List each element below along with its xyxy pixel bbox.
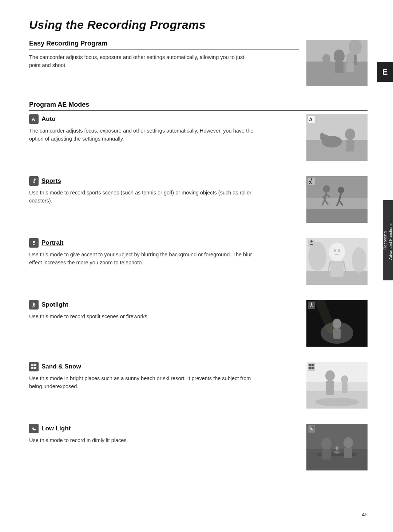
- svg-rect-84: [309, 367, 311, 369]
- svg-text:A: A: [309, 117, 313, 122]
- svg-rect-5: [346, 63, 354, 72]
- auto-icon: A: [29, 114, 39, 124]
- svg-rect-52: [330, 261, 344, 277]
- svg-rect-72: [34, 367, 36, 369]
- auto-heading: A Auto: [29, 114, 299, 124]
- mode-left-portrait: Portrait Use this mode to give accent to…: [29, 238, 306, 267]
- sand-snow-description: Use this mode in bright places such as a…: [29, 374, 255, 391]
- spotlight-description: Use this mode to record spotlit scenes o…: [29, 312, 255, 320]
- svg-line-58: [34, 305, 35, 307]
- portrait-image: [306, 238, 368, 285]
- svg-point-28: [323, 185, 330, 193]
- mode-block-sand-snow: Sand & Snow Use this mode in bright plac…: [29, 362, 368, 409]
- side-tab-advanced: Advanced Functions -Recording: [383, 200, 393, 280]
- svg-line-57: [32, 305, 34, 307]
- sand-snow-icon: [29, 362, 39, 371]
- auto-label: Auto: [41, 115, 56, 123]
- easy-recording-section: Easy Recording Program The camcorder adj…: [29, 40, 368, 86]
- page-number: 45: [362, 512, 368, 517]
- svg-rect-7: [323, 63, 330, 71]
- svg-rect-56: [33, 304, 35, 305]
- svg-rect-79: [342, 383, 348, 393]
- svg-text:A: A: [32, 117, 35, 122]
- portrait-description: Use this mode to give accent to your sub…: [29, 251, 255, 267]
- mode-left-sand-snow: Sand & Snow Use this mode in bright plac…: [29, 362, 306, 391]
- sports-icon: [29, 176, 39, 186]
- svg-rect-70: [34, 364, 36, 366]
- mode-right-portrait: [306, 238, 368, 285]
- svg-point-80: [315, 398, 359, 406]
- portrait-label: Portrait: [41, 239, 63, 247]
- low-light-heading: Low Light: [29, 424, 299, 433]
- sand-snow-heading: Sand & Snow: [29, 362, 299, 371]
- svg-rect-75: [306, 362, 368, 382]
- spotlight-image: [306, 300, 368, 347]
- mode-block-auto: A Auto The camcorder adjusts focus, expo…: [29, 114, 368, 161]
- mode-block-spotlight: Spotlight Use this mode to record spotli…: [29, 300, 368, 347]
- mode-block-portrait: Portrait Use this mode to give accent to…: [29, 238, 368, 285]
- svg-point-50: [334, 249, 336, 252]
- svg-point-39: [311, 178, 312, 180]
- sports-heading: Sports: [29, 176, 299, 186]
- program-ae-section: Program AE Modes A Auto The camcorder ad…: [29, 101, 368, 470]
- portrait-icon: [29, 238, 39, 248]
- svg-point-54: [310, 240, 313, 243]
- svg-rect-27: [306, 198, 368, 209]
- low-light-image: [306, 424, 368, 470]
- page-container: E Advanced Functions -Recording Using th…: [0, 0, 393, 532]
- spotlight-heading: Spotlight: [29, 300, 299, 310]
- mode-right-sports: [306, 176, 368, 223]
- svg-point-76: [325, 370, 335, 381]
- sports-image: [306, 176, 368, 223]
- program-ae-heading: Program AE Modes: [29, 101, 368, 111]
- svg-rect-77: [326, 381, 334, 395]
- svg-point-9: [349, 40, 362, 55]
- mode-block-low-light: Low Light Use this mode to record in dim…: [29, 424, 368, 470]
- mode-left-auto: A Auto The camcorder adjusts focus, expo…: [29, 114, 306, 143]
- svg-point-44: [33, 241, 35, 243]
- mode-right-low-light: [306, 424, 368, 470]
- sand-snow-image: [306, 362, 368, 409]
- svg-point-87: [33, 426, 36, 429]
- page-title: Using the Recording Programs: [29, 18, 368, 32]
- portrait-heading: Portrait: [29, 238, 299, 248]
- auto-image: A: [306, 114, 368, 161]
- sports-description: Use this mode to record sports scenes (s…: [29, 189, 255, 205]
- mode-left-spotlight: Spotlight Use this mode to record spotli…: [29, 300, 306, 320]
- low-light-label: Low Light: [41, 425, 71, 432]
- svg-rect-17: [346, 140, 354, 151]
- svg-point-48: [352, 247, 366, 273]
- mode-right-sand-snow: [306, 362, 368, 409]
- svg-point-16: [345, 129, 355, 140]
- spotlight-icon: [29, 300, 39, 310]
- side-tab-e: E: [377, 62, 393, 82]
- svg-point-15: [320, 133, 324, 138]
- svg-point-2: [334, 50, 345, 63]
- svg-point-49: [329, 243, 345, 261]
- auto-description: The camcorder adjusts focus, exposure an…: [29, 127, 255, 143]
- svg-point-34: [338, 187, 344, 193]
- svg-point-78: [341, 375, 348, 383]
- sports-label: Sports: [41, 177, 61, 185]
- svg-rect-98: [306, 424, 368, 470]
- spotlight-label: Spotlight: [41, 301, 68, 308]
- easy-recording-description: The camcorder adjusts focus, exposure an…: [29, 53, 255, 70]
- svg-rect-66: [311, 304, 312, 305]
- svg-rect-69: [31, 364, 33, 366]
- svg-point-6: [322, 54, 330, 63]
- sand-snow-label: Sand & Snow: [41, 363, 81, 370]
- svg-rect-85: [311, 367, 314, 369]
- easy-rec-photo: [306, 40, 368, 86]
- low-light-description: Use this mode to record in dimly lit pla…: [29, 436, 255, 444]
- svg-rect-3: [335, 62, 344, 73]
- svg-rect-83: [311, 364, 314, 366]
- svg-point-20: [34, 178, 36, 180]
- svg-point-51: [338, 249, 340, 252]
- mode-right-auto: A: [306, 114, 368, 161]
- svg-marker-55: [33, 302, 35, 304]
- svg-line-23: [34, 182, 35, 183]
- easy-recording-content: Easy Recording Program The camcorder adj…: [29, 40, 306, 70]
- mode-left-sports: Sports Use this mode to record sports sc…: [29, 176, 306, 205]
- mode-block-sports: Sports Use this mode to record sports sc…: [29, 176, 368, 223]
- svg-rect-71: [31, 367, 33, 369]
